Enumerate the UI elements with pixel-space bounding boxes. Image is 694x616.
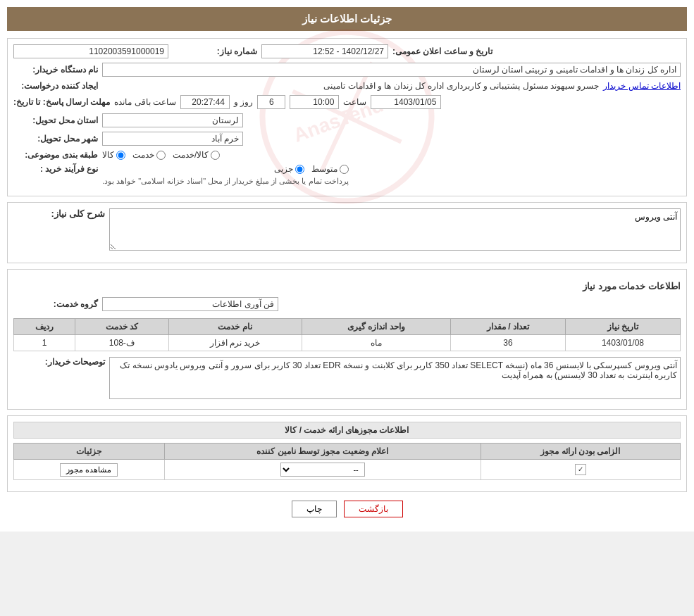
radio-khedmat[interactable]: خدمت bbox=[132, 150, 166, 160]
category-label: طبقه بندی موضوعی: bbox=[13, 150, 98, 160]
announce-date-label: تاریخ و ساعت اعلان عمومی: bbox=[392, 46, 492, 56]
buyer-description-text: آنتی ویروس کسپرسکی با لایسنس 36 ماه (نسخ… bbox=[109, 357, 681, 399]
permit-checkbox[interactable]: ✓ bbox=[575, 464, 586, 475]
print-button[interactable]: چاپ bbox=[292, 501, 337, 517]
radio-motavaset[interactable]: متوسط bbox=[311, 164, 349, 174]
need-description-textarea[interactable] bbox=[109, 208, 681, 251]
province-value: لرستان bbox=[102, 113, 243, 127]
service-table: تاریخ نیاز تعداد / مقدار واحد اندازه گیر… bbox=[13, 318, 681, 351]
cell-service-code: ف-108 bbox=[75, 335, 168, 351]
city-value: خرم آباد bbox=[102, 132, 243, 146]
radio-kala[interactable]: کالا bbox=[102, 150, 125, 160]
permit-row: ✓ -- مشاهده مجوز bbox=[14, 460, 681, 480]
remaining-time-value: 20:27:44 bbox=[180, 95, 230, 109]
buyer-org-value: اداره کل زندان ها و اقدامات تامینی و ترب… bbox=[102, 63, 681, 77]
permit-table: الزامی بودن ارائه مجوز اعلام وضعیت مجوز … bbox=[13, 443, 681, 480]
permit-detail-cell: مشاهده مجوز bbox=[14, 460, 165, 480]
back-button[interactable]: بازگشت bbox=[344, 501, 403, 517]
permit-col-detail: جزئیات bbox=[14, 444, 165, 460]
col-date: تاریخ نیاز bbox=[565, 319, 680, 335]
city-label: شهر محل تحویل: bbox=[13, 134, 98, 144]
footer-buttons: بازگشت چاپ bbox=[7, 501, 687, 517]
requester-name-value: جسرو سیهوند مسئول پشتیبانی و کاربرداری ا… bbox=[323, 81, 599, 91]
radio-jozii[interactable]: جزیی bbox=[274, 164, 304, 174]
time-label: ساعت bbox=[343, 97, 366, 107]
col-row: ردیف bbox=[14, 319, 75, 335]
need-number-label: شماره نیاز: bbox=[173, 46, 257, 56]
permit-required-cell: ✓ bbox=[481, 460, 680, 480]
buyer-desc-label: توصیحات خریدار: bbox=[13, 357, 105, 367]
table-row: 1403/01/08 36 ماه خرید نرم افزار ف-108 1 bbox=[14, 335, 681, 351]
requester-contact-link[interactable]: اطلاعات تماس خریدار bbox=[603, 81, 681, 91]
response-days-value: 6 bbox=[257, 95, 285, 109]
days-label: روز و bbox=[234, 97, 253, 107]
service-group-value: فن آوری اطلاعات bbox=[102, 297, 278, 311]
col-quantity: تعداد / مقدار bbox=[450, 319, 565, 335]
permit-col-required: الزامی بودن ارائه مجوز bbox=[481, 444, 680, 460]
need-number-value: 1102003591000019 bbox=[13, 44, 168, 58]
page-title: جزئیات اطلاعات نیاز bbox=[7, 7, 687, 31]
col-service-name: نام خدمت bbox=[168, 319, 302, 335]
permit-status-cell: -- bbox=[164, 460, 481, 480]
purchase-note: پرداخت تمام یا بخشی از مبلغ خریدار از مح… bbox=[102, 177, 349, 186]
buyer-org-label: نام دستگاه خریدار: bbox=[13, 65, 98, 75]
response-time-value: 10:00 bbox=[290, 95, 339, 109]
service-info-title: اطلاعات خدمات مورد نیاز bbox=[13, 281, 681, 293]
response-deadline-label: مهلت ارسال پاسخ: تا تاریخ: bbox=[13, 97, 110, 107]
response-date-value: 1403/01/05 bbox=[371, 95, 441, 109]
cell-unit: ماه bbox=[302, 335, 450, 351]
col-unit: واحد اندازه گیری bbox=[302, 319, 450, 335]
cell-quantity: 36 bbox=[450, 335, 565, 351]
service-group-label: گروه خدمت: bbox=[13, 299, 98, 309]
remaining-label: ساعت باقی مانده bbox=[114, 97, 176, 107]
requester-label: ایجاد کننده درخواست: bbox=[13, 81, 98, 91]
col-service-code: کد خدمت bbox=[75, 319, 168, 335]
cell-row-num: 1 bbox=[14, 335, 75, 351]
cell-date: 1403/01/08 bbox=[565, 335, 680, 351]
province-label: استان محل تحویل: bbox=[13, 115, 98, 125]
category-radio-group: کالا/خدمت خدمت کالا bbox=[102, 150, 220, 160]
permit-section-title: اطلاعات مجوزهای ارائه خدمت / کالا bbox=[13, 422, 681, 439]
view-permit-button[interactable]: مشاهده مجوز bbox=[60, 463, 118, 477]
announce-date-value: 1402/12/27 - 12:52 bbox=[261, 44, 388, 58]
permit-status-select[interactable]: -- bbox=[280, 463, 365, 477]
purchase-type-label: نوع فرآیند خرید : bbox=[13, 164, 98, 174]
radio-kala-khedmat[interactable]: کالا/خدمت bbox=[173, 150, 220, 160]
need-desc-title: شرح کلی نیاز: bbox=[13, 208, 105, 219]
cell-service-name: خرید نرم افزار bbox=[168, 335, 302, 351]
permit-col-status: اعلام وضعیت مجوز توسط نامین کننده bbox=[164, 444, 481, 460]
